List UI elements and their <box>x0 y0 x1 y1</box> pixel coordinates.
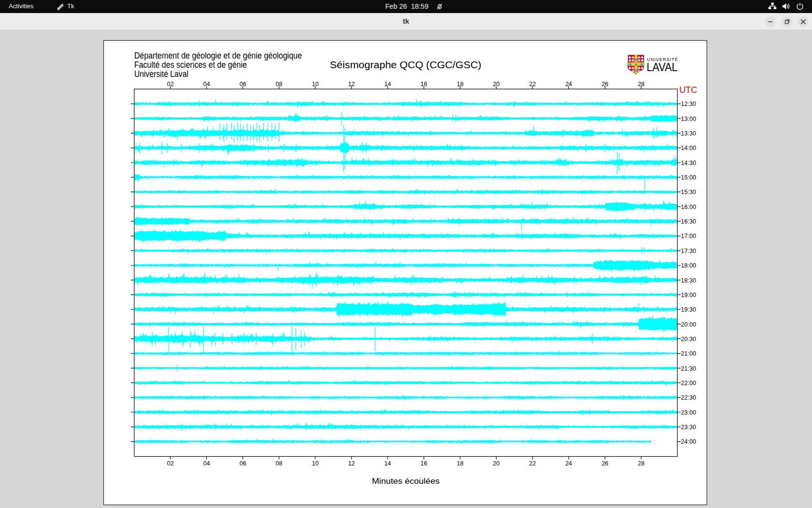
svg-text:12:30: 12:30 <box>681 101 696 107</box>
svg-text:14: 14 <box>384 81 391 88</box>
svg-text:Université Laval: Université Laval <box>134 69 188 79</box>
svg-text:14: 14 <box>384 460 391 467</box>
svg-text:20:30: 20:30 <box>681 336 696 343</box>
svg-text:Département de géologie et de: Département de géologie et de génie géol… <box>134 51 302 60</box>
svg-text:23:00: 23:00 <box>681 409 696 416</box>
svg-text:15:00: 15:00 <box>681 174 696 181</box>
svg-text:13:30: 13:30 <box>681 130 696 137</box>
svg-text:22: 22 <box>529 460 536 467</box>
svg-text:19:30: 19:30 <box>681 306 696 313</box>
svg-text:Faculté des sciences et de gén: Faculté des sciences et de génie <box>134 60 247 70</box>
svg-text:16:00: 16:00 <box>681 204 696 210</box>
svg-text:08: 08 <box>276 81 282 88</box>
svg-text:17:00: 17:00 <box>681 233 696 239</box>
svg-text:24:00: 24:00 <box>681 438 696 445</box>
svg-text:13:00: 13:00 <box>681 116 696 122</box>
svg-text:Minutes écoulées: Minutes écoulées <box>372 477 440 486</box>
svg-text:26: 26 <box>602 81 609 88</box>
svg-text:23:30: 23:30 <box>681 424 696 431</box>
svg-text:20: 20 <box>493 460 500 467</box>
svg-text:04: 04 <box>203 460 210 467</box>
svg-text:02: 02 <box>167 460 174 467</box>
svg-text:10: 10 <box>312 460 319 467</box>
svg-text:16: 16 <box>420 460 427 467</box>
svg-text:28: 28 <box>638 460 645 467</box>
svg-text:UTC: UTC <box>680 85 697 95</box>
svg-text:Séismographe QCQ (CGC/GSC): Séismographe QCQ (CGC/GSC) <box>330 60 481 70</box>
svg-text:18:00: 18:00 <box>681 262 696 269</box>
svg-text:21:00: 21:00 <box>681 350 696 357</box>
svg-text:14:30: 14:30 <box>681 160 696 166</box>
svg-text:16:30: 16:30 <box>681 218 696 225</box>
svg-text:16: 16 <box>420 81 427 88</box>
svg-text:18: 18 <box>457 81 464 88</box>
svg-text:06: 06 <box>239 460 246 467</box>
svg-text:28: 28 <box>638 81 645 88</box>
svg-text:22:00: 22:00 <box>681 380 696 387</box>
svg-text:18: 18 <box>457 460 464 467</box>
svg-text:18:30: 18:30 <box>681 277 696 284</box>
svg-text:26: 26 <box>602 460 609 467</box>
svg-text:17:30: 17:30 <box>681 248 696 254</box>
svg-text:08: 08 <box>276 460 282 467</box>
svg-text:06: 06 <box>239 81 246 88</box>
svg-text:24: 24 <box>566 81 572 88</box>
svg-text:02: 02 <box>167 81 174 88</box>
svg-text:04: 04 <box>203 81 210 88</box>
svg-text:20:00: 20:00 <box>681 321 696 328</box>
svg-text:LAVAL: LAVAL <box>647 60 678 74</box>
svg-text:14:00: 14:00 <box>681 145 696 151</box>
svg-text:10: 10 <box>312 81 319 88</box>
svg-text:19:00: 19:00 <box>681 292 696 299</box>
svg-text:22: 22 <box>529 81 536 88</box>
svg-text:15:30: 15:30 <box>681 189 696 195</box>
svg-text:12: 12 <box>348 460 355 467</box>
svg-text:20: 20 <box>493 81 500 88</box>
svg-text:12: 12 <box>348 81 355 88</box>
svg-text:24: 24 <box>566 460 572 467</box>
svg-text:22:30: 22:30 <box>681 394 696 401</box>
svg-text:21:30: 21:30 <box>681 365 696 372</box>
